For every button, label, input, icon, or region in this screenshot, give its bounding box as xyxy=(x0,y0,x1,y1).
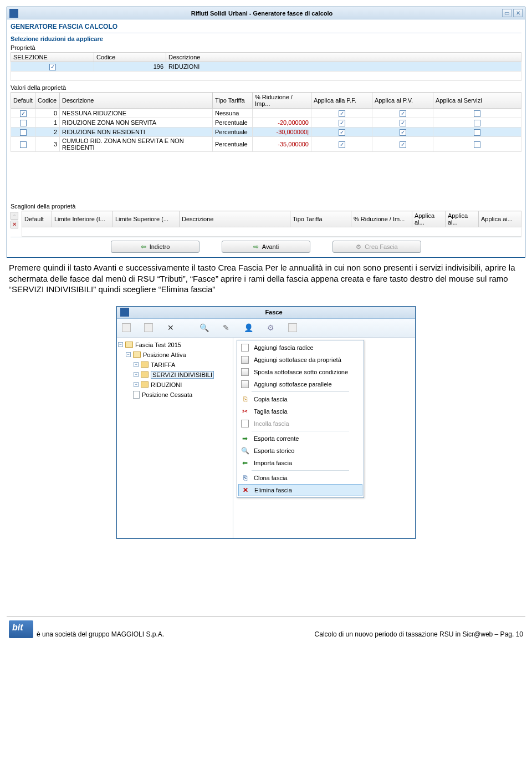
row-descrizione: RIDUZIONE ZONA NON SERVITA xyxy=(60,118,213,128)
menu-item[interactable]: Aggiungi sottofasce da proprietà xyxy=(238,354,362,366)
menu-item[interactable]: ⬅Importa fascia xyxy=(238,457,362,469)
sc-a3[interactable]: Applica ai... xyxy=(479,211,521,227)
menu-icon xyxy=(241,355,249,364)
tree-item[interactable]: −Fascia Test 2015 xyxy=(118,340,232,350)
toolbar-search-icon[interactable]: 🔍 xyxy=(198,322,210,334)
default-checkbox[interactable] xyxy=(20,110,27,117)
values-row[interactable]: 0NESSUNA RIDUZIONENessuna xyxy=(11,109,521,118)
tree-item[interactable]: +SERVIZI INDIVISIBILI xyxy=(118,370,232,380)
serv-checkbox[interactable] xyxy=(474,141,480,148)
fasce-tree[interactable]: −Fascia Test 2015−Posizione Attiva+TARIF… xyxy=(117,338,233,538)
col-codice[interactable]: Codice xyxy=(94,53,166,62)
col-perc[interactable]: % Riduzione / Imp... xyxy=(253,93,311,109)
values-table: Default Codice Descrizione Tipo Tariffa … xyxy=(11,92,521,152)
menu-item[interactable]: ⎘Copia fascia xyxy=(238,393,362,405)
menu-item[interactable]: ➡Esporta corrente xyxy=(238,432,362,445)
back-button[interactable]: ⇦Indietro xyxy=(111,241,200,253)
pf-checkbox[interactable] xyxy=(339,141,345,148)
serv-checkbox[interactable] xyxy=(474,110,480,117)
create-button[interactable]: ⚙Crea Fascia xyxy=(332,241,421,253)
sc-tipo[interactable]: Tipo Tariffa xyxy=(290,211,351,227)
pv-checkbox[interactable] xyxy=(400,129,406,136)
sc-a2[interactable]: Applica ai... xyxy=(446,211,479,227)
col-pv[interactable]: Applica ai P.V. xyxy=(372,93,433,109)
menu-item[interactable]: Aggiungi fascia radice xyxy=(238,342,362,354)
menu-item[interactable]: 🔍Esporta storico xyxy=(238,445,362,457)
pv-checkbox[interactable] xyxy=(400,110,406,117)
delete-row-icon[interactable]: ✕ xyxy=(11,221,18,228)
next-button[interactable]: ⇨Avanti xyxy=(222,241,310,253)
tree-item[interactable]: +RIDUZIONI xyxy=(118,380,232,390)
menu-icon xyxy=(241,380,249,389)
toolbar-user-icon[interactable]: 👤 xyxy=(242,322,254,334)
row-codice: 196 xyxy=(94,62,166,72)
default-checkbox[interactable] xyxy=(20,129,27,136)
row-perc: -35,000000 xyxy=(253,137,311,152)
toolbar-icon-8[interactable] xyxy=(287,322,299,334)
next-label: Avanti xyxy=(262,243,279,250)
dialog-header: GENERATORE FASCIA CALCOLO xyxy=(11,22,521,33)
serv-checkbox[interactable] xyxy=(474,120,480,126)
proprieta-label: Proprietà xyxy=(11,44,521,51)
pf-checkbox[interactable] xyxy=(339,110,345,117)
default-checkbox[interactable] xyxy=(20,141,27,148)
menu-item[interactable]: ✕Elimina fascia xyxy=(238,484,362,496)
col-selezione[interactable]: SELEZIONE xyxy=(11,53,94,62)
menu-label: Esporta corrente xyxy=(254,435,299,442)
expand-icon[interactable]: − xyxy=(118,342,123,347)
row-tipo: Nessuna xyxy=(213,109,253,118)
sc-liminf[interactable]: Limite Inferiore (I... xyxy=(52,211,113,227)
col-default[interactable]: Default xyxy=(11,93,35,109)
row-checkbox[interactable] xyxy=(49,64,56,70)
menu-icon: ⎘ xyxy=(241,473,249,482)
pf-checkbox[interactable] xyxy=(339,129,345,136)
default-checkbox[interactable] xyxy=(20,120,27,126)
col-pf[interactable]: Applica alla P.F. xyxy=(311,93,372,109)
add-row-icon[interactable]: ▫ xyxy=(11,212,18,220)
toolbar-gear-icon[interactable]: ⚙ xyxy=(264,322,277,334)
values-row[interactable]: 3CUMULO RID. ZONA NON SERVITA E NON RESI… xyxy=(11,137,521,152)
close-button[interactable]: ✕ xyxy=(513,9,523,17)
expand-icon[interactable]: − xyxy=(126,352,131,357)
toolbar-delete-icon[interactable]: ✕ xyxy=(165,322,177,334)
col-serv[interactable]: Applica ai Servizi xyxy=(433,93,521,109)
menu-item[interactable]: ⎘Clona fascia xyxy=(238,472,362,484)
row-codice: 2 xyxy=(35,128,60,137)
pv-checkbox[interactable] xyxy=(400,120,406,126)
expand-icon[interactable]: + xyxy=(134,372,139,377)
property-row[interactable]: 196 RIDUZIONI xyxy=(11,62,521,72)
toolbar-icon-2[interactable] xyxy=(142,322,155,334)
maximize-button[interactable]: ▭ xyxy=(502,9,511,17)
generator-dialog: Rifiuti Solidi Urbani - Generatore fasce… xyxy=(7,7,525,258)
toolbar-edit-icon[interactable]: ✎ xyxy=(220,322,232,334)
col-descrizione2[interactable]: Descrizione xyxy=(60,93,213,109)
tree-item[interactable]: −Posizione Attiva xyxy=(118,350,232,360)
menu-item[interactable]: Aggiungi sottofasce parallele xyxy=(238,378,362,390)
menu-item[interactable]: ✂Taglia fascia xyxy=(238,405,362,417)
serv-checkbox[interactable] xyxy=(474,129,480,136)
col-tipo[interactable]: Tipo Tariffa xyxy=(213,93,253,109)
menu-label: Aggiungi sottofasce da proprietà xyxy=(254,357,341,363)
expand-icon[interactable]: + xyxy=(134,382,139,387)
tree-item[interactable]: +TARIFFA xyxy=(118,360,232,370)
sc-descr[interactable]: Descrizione xyxy=(180,211,290,227)
menu-label: Clona fascia xyxy=(254,475,288,481)
values-row[interactable]: 1RIDUZIONE ZONA NON SERVITAPercentuale-2… xyxy=(11,118,521,128)
sc-limsup[interactable]: Limite Superiore (... xyxy=(113,211,180,227)
sc-perc[interactable]: % Riduzione / Im... xyxy=(351,211,412,227)
tree-item[interactable]: Posizione Cessata xyxy=(118,390,232,400)
sc-a1[interactable]: Applica al... xyxy=(412,211,446,227)
pv-checkbox[interactable] xyxy=(400,141,406,148)
window-title: Rifiuti Solidi Urbani - Generatore fasce… xyxy=(22,10,502,17)
pf-checkbox[interactable] xyxy=(339,120,345,126)
col-descrizione[interactable]: Descrizione xyxy=(166,53,521,62)
col-codice2[interactable]: Codice xyxy=(35,93,60,109)
sc-default[interactable]: Default xyxy=(22,211,52,227)
folder-icon xyxy=(141,361,149,368)
menu-item: Incolla fascia xyxy=(238,417,362,430)
values-row[interactable]: 2RIDUZIONE NON RESIDENTIPercentuale-30,0… xyxy=(11,128,521,137)
toolbar-icon-1[interactable] xyxy=(120,322,132,334)
menu-item[interactable]: Sposta sottofasce sotto condizione xyxy=(238,366,362,378)
expand-icon[interactable]: + xyxy=(134,362,139,367)
menu-icon: 🔍 xyxy=(241,446,249,455)
